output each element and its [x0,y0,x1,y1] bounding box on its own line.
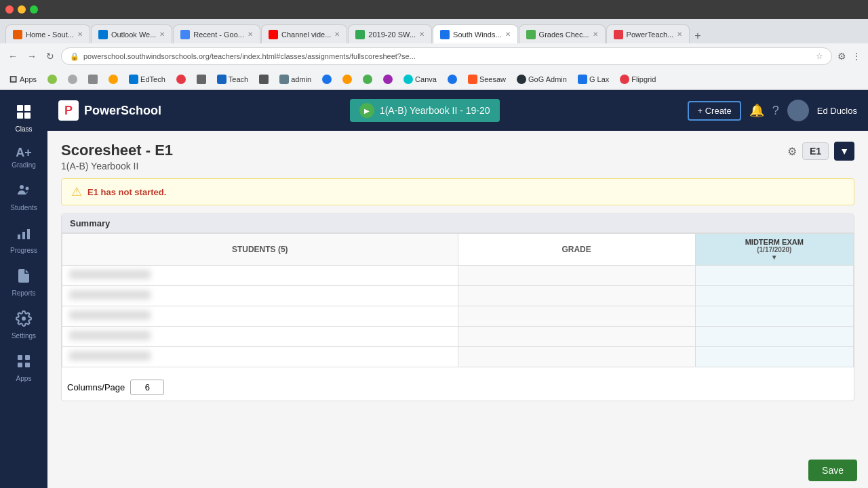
bookmark-4[interactable] [85,73,100,85]
glax-label: G Lax [589,75,609,83]
bookmark-glax[interactable]: G Lax [575,73,612,85]
bookmark-11[interactable] [360,73,375,85]
back-button[interactable]: ← [5,49,20,63]
help-icon[interactable]: ? [772,104,779,118]
midterm-cell-2[interactable] [695,286,853,306]
extensions-icon[interactable]: ⚙ [836,49,848,63]
tab-2[interactable]: Outlook We... ✕ [91,24,172,43]
bookmark-6[interactable] [174,73,189,85]
tab-6[interactable]: South Winds... ✕ [433,24,518,43]
tab-1-close[interactable]: ✕ [77,30,83,38]
svg-rect-6 [18,235,20,239]
bookmark-3[interactable] [65,73,80,85]
bookmark-flipgrid[interactable]: Flipgrid [617,73,658,85]
bookmark-star-icon[interactable]: ☆ [816,52,823,61]
midterm-cell-5[interactable] [695,347,853,367]
tab-5[interactable]: 2019-20 SW... ✕ [348,24,432,43]
tab-5-close[interactable]: ✕ [419,30,425,38]
tab-4-label: Channel vide... [281,30,331,39]
sidebar-item-reports[interactable]: Reports [0,261,47,304]
svg-rect-2 [17,113,23,119]
tab-4-close[interactable]: ✕ [334,30,340,38]
reports-label: Reports [12,289,35,297]
tab-7-label: Grades Chec... [539,30,589,39]
reload-button[interactable]: ↻ [43,49,57,63]
tab-1[interactable]: Home - Sout... ✕ [5,24,90,43]
sidebar-item-students[interactable]: Students [0,176,47,218]
admin-label: admin [291,75,311,83]
summary-title: Summary [62,214,854,233]
tab-4[interactable]: Channel vide... ✕ [261,24,347,43]
bookmark-gog[interactable]: GoG Admin [514,73,570,85]
user-avatar [787,100,809,121]
close-window-btn[interactable] [5,5,14,14]
class-selector[interactable]: ▶ 1(A-B) Yearbook II - 19-20 [350,99,500,122]
bookmark-canva[interactable]: Canva [401,73,439,85]
svg-point-4 [20,185,24,189]
columns-per-page-input[interactable] [130,380,164,395]
bookmark-apps[interactable]: 🔲 Apps [5,73,39,85]
minimize-window-btn[interactable] [18,5,26,14]
student-name-cell-3 [62,306,458,327]
sidebar-item-progress[interactable]: Progress [0,218,47,261]
bookmark-seesaw[interactable]: Seesaw [465,73,509,85]
midterm-chevron-icon[interactable]: ▼ [703,253,846,261]
tab-3-close[interactable]: ✕ [248,30,253,38]
sidebar-item-apps[interactable]: Apps [0,346,47,389]
menu-icon[interactable]: ⋮ [850,49,863,63]
save-button[interactable]: Save [808,460,857,481]
midterm-cell-3[interactable] [695,306,853,327]
midterm-cell-4[interactable] [695,327,853,347]
bookmark-8-icon [259,75,269,84]
bookmark-10-icon [342,75,352,84]
url-box[interactable]: 🔒 powerschool.southwindsorschools.org/te… [61,47,832,65]
ps-logo: P PowerSchool [58,100,161,121]
maximize-window-btn[interactable] [30,5,38,14]
play-button-icon: ▶ [359,103,374,118]
tab-6-label: South Winds... [453,30,502,39]
bookmark-13[interactable] [445,73,460,85]
tab-7[interactable]: Grades Chec... ✕ [519,24,606,43]
user-name: Ed Duclos [817,106,857,116]
sidebar-item-grading[interactable]: A+ Grading [0,140,47,176]
tab-2-label: Outlook We... [111,30,156,39]
new-tab-button[interactable]: + [690,28,705,43]
page-content: Scoresheet - E1 1(A-B) Yearbook II ⚙ E1 … [47,131,868,488]
e1-dropdown-button[interactable]: ▼ [834,142,854,161]
tab-7-close[interactable]: ✕ [593,30,598,38]
tab-3[interactable]: Recent - Goo... ✕ [173,24,260,43]
bookmark-2[interactable] [45,73,60,85]
admin-icon [279,75,289,84]
header-right: + Create 🔔 ? Ed Duclos [688,100,857,121]
bookmark-edtech[interactable]: EdTech [126,73,168,85]
seesaw-label: Seesaw [479,75,506,83]
bookmark-8[interactable] [256,73,271,85]
page-settings-icon[interactable]: ⚙ [787,145,797,158]
bookmark-7[interactable] [194,73,209,85]
bookmark-5[interactable] [106,73,121,85]
student-name-cell-4 [62,327,458,347]
separator: - [460,105,466,116]
glax-icon [578,75,587,84]
bookmark-12[interactable] [380,73,395,85]
sidebar-item-settings[interactable]: Settings [0,304,47,346]
class-name: 1(A-B) Yearbook II [380,105,457,116]
bookmark-9[interactable] [319,73,334,85]
bookmark-admin[interactable]: admin [277,73,314,85]
grading-label: Grading [12,161,36,169]
forward-button[interactable]: → [24,49,39,63]
sidebar-item-class[interactable]: Class [0,97,47,140]
bookmark-10[interactable] [340,73,355,85]
bookmark-teach[interactable]: Teach [214,73,251,85]
page-header-right: ⚙ E1 ▼ [787,142,854,161]
col-midterm-header: MIDTERM EXAM (1/17/2020) ▼ [695,234,853,266]
midterm-cell-1[interactable] [695,266,853,286]
tab-8-close[interactable]: ✕ [677,30,682,38]
progress-label: Progress [10,247,37,254]
tab-6-icon [440,30,450,39]
tab-6-close[interactable]: ✕ [505,30,511,38]
create-button[interactable]: + Create [688,101,741,121]
tab-2-close[interactable]: ✕ [159,30,165,38]
tab-8[interactable]: PowerTeach... ✕ [606,24,690,43]
notifications-icon[interactable]: 🔔 [749,103,764,118]
